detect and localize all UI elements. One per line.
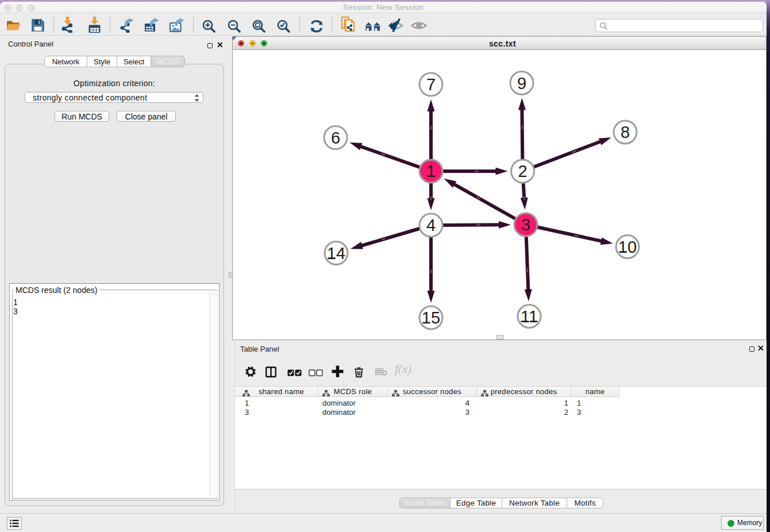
- svg-text:7: 7: [426, 75, 436, 94]
- svg-text:11: 11: [521, 307, 538, 326]
- svg-text:8: 8: [621, 123, 630, 141]
- svg-text:3: 3: [521, 215, 530, 234]
- svg-text:9: 9: [517, 74, 526, 92]
- svg-text:14: 14: [327, 244, 345, 263]
- svg-text:2: 2: [518, 162, 527, 180]
- svg-text:4: 4: [426, 216, 436, 234]
- svg-text:1: 1: [426, 162, 436, 180]
- svg-text:6: 6: [331, 129, 340, 147]
- svg-text:15: 15: [422, 309, 440, 327]
- svg-text:10: 10: [618, 238, 637, 256]
